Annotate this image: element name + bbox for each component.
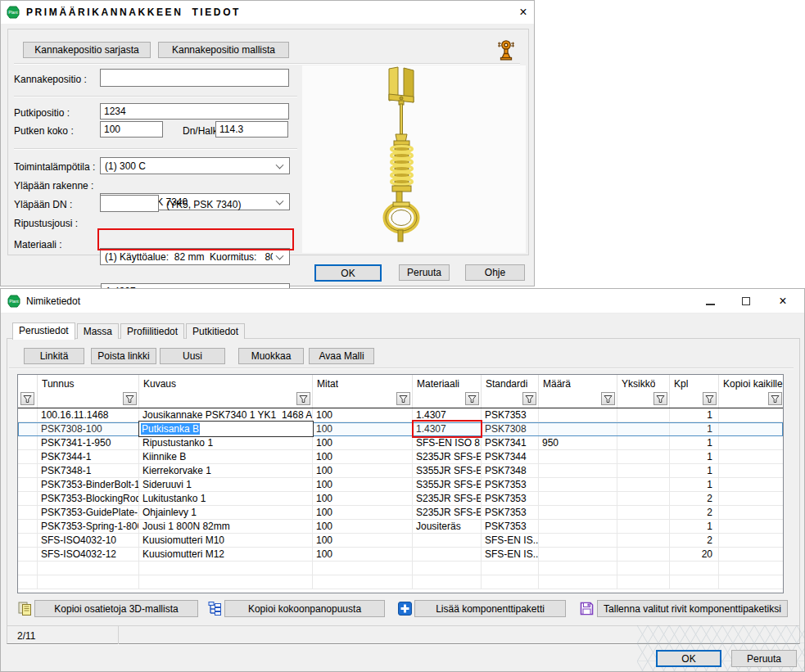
table-row[interactable]: SFS-ISO4032-12Kuusiomutteri M12100SFS-EN… xyxy=(18,548,783,562)
filter-button[interactable] xyxy=(653,392,667,405)
svg-text:Plant: Plant xyxy=(8,10,18,15)
filter-button[interactable] xyxy=(123,392,137,405)
cell-maara xyxy=(539,422,617,436)
column-header-label: Määrä xyxy=(543,378,571,390)
column-header-label: Mitat xyxy=(317,378,338,390)
cell-mitat: 100 xyxy=(313,548,413,562)
table-row[interactable]: PSK7348-1Kierrekorvake 1100S355JR SFS-E.… xyxy=(18,464,783,478)
column-header-kopioi_kaikille: Kopioi kaikille xyxy=(719,375,784,408)
filter-button[interactable] xyxy=(522,392,536,405)
toolbar-button-avaa-malli[interactable]: Avaa Malli xyxy=(309,348,374,364)
table-row[interactable]: PSK7353-BinderBolt-1Sideruuvi 1100S355JR… xyxy=(18,478,783,492)
add-package-icon[interactable] xyxy=(397,601,413,616)
cell-kuvaus: Kuusiomutteri M10 xyxy=(139,534,313,548)
cell-tunnus: PSK7353-BlockingRod-1 xyxy=(38,492,139,506)
tab-bar: PerustiedotMassaProfiilitiedotPutkitiedo… xyxy=(12,322,245,339)
close-icon[interactable]: × xyxy=(771,291,794,311)
action-button-lis-komponenttipaketti[interactable]: Lisää komponenttipaketti xyxy=(414,600,566,617)
toimintalampotila-value: (1) 300 C xyxy=(105,160,146,172)
cell-maara xyxy=(539,575,617,589)
tab-perustiedot[interactable]: Perustiedot xyxy=(12,322,75,340)
ok-button[interactable]: OK xyxy=(314,264,382,282)
save-package-icon[interactable] xyxy=(579,601,595,616)
cell-maara xyxy=(539,562,617,575)
column-header-yksikko: Yksikkö xyxy=(617,375,670,408)
minimize-icon[interactable] xyxy=(699,291,721,311)
table-row[interactable]: PSK7344-1Kiinnike B100S235JR SFS-E...PSK… xyxy=(18,450,783,464)
ok-button[interactable]: OK xyxy=(656,650,721,667)
cell-kopioi_kaikille xyxy=(719,520,784,534)
filter-button[interactable] xyxy=(296,392,310,405)
cell-tunnus: PSK7353-Spring-1-800-... xyxy=(38,520,139,534)
cell-materiaali xyxy=(413,562,482,575)
chevron-down-icon xyxy=(276,251,284,259)
cell-materiaali: SFS-EN ISO 8... xyxy=(413,436,482,450)
cell-selector xyxy=(18,450,38,464)
cell-selector xyxy=(18,506,38,520)
filter-button[interactable] xyxy=(768,392,782,405)
cell-maara xyxy=(539,506,617,520)
filter-button[interactable] xyxy=(465,392,479,405)
dn-halk-input[interactable] xyxy=(215,121,288,138)
kannakepositio-mallista-button[interactable]: Kannakepositio mallista xyxy=(158,42,289,58)
support-symbol-icon[interactable] xyxy=(495,38,517,61)
cell-maara xyxy=(539,464,617,478)
action-button-tallenna-valitut-rivit-komponenttipaketiksi[interactable]: Tallenna valitut rivit komponenttipaketi… xyxy=(597,600,788,617)
cell-kopioi_kaikille xyxy=(719,548,784,562)
kannakepositio-input[interactable] xyxy=(100,69,289,87)
cell-maara: 950 xyxy=(539,436,617,450)
cell-tunnus: PSK7348-1 xyxy=(38,464,139,478)
close-icon[interactable]: × xyxy=(513,3,533,21)
putken-koko-input[interactable] xyxy=(100,121,163,138)
row-count-status: 2/11 xyxy=(17,630,35,642)
cell-mitat xyxy=(313,562,413,575)
maximize-icon[interactable] xyxy=(735,291,758,311)
cell-kuvaus: Jousi 1 800N 82mm xyxy=(139,520,313,534)
toolbar-button-muokkaa[interactable]: Muokkaa xyxy=(238,348,304,364)
ylapaan-dn-input[interactable] xyxy=(100,195,159,212)
kannakepositio-sarjasta-button[interactable]: Kannakepositio sarjasta xyxy=(23,42,151,58)
cell-selector xyxy=(18,408,38,422)
tab-putkitiedot[interactable]: Putkitiedot xyxy=(186,323,245,339)
toimintalampotila-select[interactable]: (1) 300 C xyxy=(100,157,290,174)
table-row[interactable]: SFS-ISO4032-10Kuusiomutteri M10100SFS-EN… xyxy=(18,534,783,548)
filter-button[interactable] xyxy=(396,392,410,405)
tab-profiilitiedot[interactable]: Profiilitiedot xyxy=(120,323,184,339)
cell-mitat: 100 xyxy=(313,534,413,548)
copy-parts-icon[interactable] xyxy=(17,601,33,616)
kuvaus-edit-cell[interactable]: Putkisanka B xyxy=(138,421,314,437)
table-row[interactable]: PSK7308-100Putkisanka B1001.4307PSK73081 xyxy=(18,422,783,436)
toolbar-button-uusi[interactable]: Uusi xyxy=(160,348,225,364)
filter-icon xyxy=(771,395,780,404)
cell-selector xyxy=(18,422,38,436)
help-button[interactable]: Ohje xyxy=(465,264,525,281)
action-button-kopioi-osatietoja-3d-mallista[interactable]: Kopioi osatietoja 3D-mallista xyxy=(34,600,198,617)
cell-tunnus: SFS-ISO4032-10 xyxy=(38,534,139,548)
cancel-button[interactable]: Peruuta xyxy=(399,264,450,281)
putkipositio-input[interactable] xyxy=(100,103,289,120)
table-row[interactable]: PSK7341-1-950Ripustustanko 1100SFS-EN IS… xyxy=(18,436,783,450)
cell-tunnus: PSK7353-BinderBolt-1 xyxy=(38,478,139,492)
cancel-button[interactable]: Peruuta xyxy=(731,650,797,667)
ripustusjousi-select[interactable]: (1) Käyttöalue: 82 mm Kuormitus: 800 N xyxy=(100,248,290,265)
cell-kopioi_kaikille xyxy=(719,478,784,492)
toolbar-button-poista-linkki[interactable]: Poista linkki xyxy=(91,348,156,364)
toolbar-button-linkit[interactable]: Linkitä xyxy=(24,348,84,364)
filter-button[interactable] xyxy=(20,392,34,405)
table-row[interactable]: 100.16.11.1468Jousikannake PSK7340 1 YK1… xyxy=(18,408,783,422)
tab-massa[interactable]: Massa xyxy=(77,323,119,339)
filter-button[interactable] xyxy=(703,392,717,405)
action-button-kopioi-kokoonpanopuusta[interactable]: Kopioi kokoonpanopuusta xyxy=(224,600,385,617)
support-dialog-title: PRIMÄÄRIKANNAKKEEN TIEDOT xyxy=(26,7,241,18)
table-row[interactable]: PSK7353-BlockingRod-1Lukitustanko 1100S2… xyxy=(18,492,783,506)
table-row[interactable]: PSK7353-GuidePlate-1Ohjainlevy 1100S235J… xyxy=(18,506,783,520)
table-row[interactable]: PSK7353-Spring-1-800-...Jousi 1 800N 82m… xyxy=(18,520,783,534)
ripustusjousi-value: (1) Käyttöalue: 82 mm Kuormitus: 800 N xyxy=(105,251,273,263)
cell-selector xyxy=(18,436,38,450)
plant-logo-icon: Plant xyxy=(7,295,20,308)
cell-kuvaus: Kiinnike B xyxy=(139,450,313,464)
assembly-tree-icon[interactable] xyxy=(207,601,223,616)
filter-icon xyxy=(299,395,308,404)
cell-kopioi_kaikille xyxy=(719,450,784,464)
filter-button[interactable] xyxy=(601,392,615,405)
